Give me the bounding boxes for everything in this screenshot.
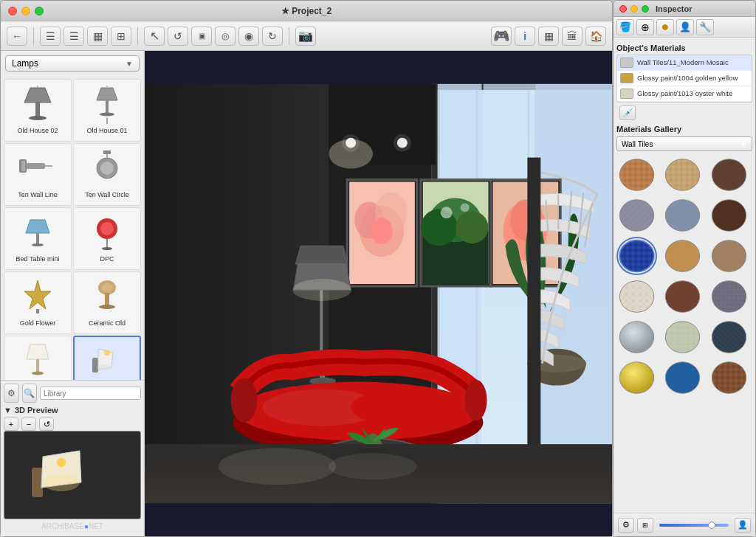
list-item[interactable]: Old House 02 xyxy=(4,79,72,142)
snapshot-button[interactable]: 📷 xyxy=(295,27,316,46)
svg-point-36 xyxy=(104,350,110,356)
list-item[interactable]: Ten Wall Circle xyxy=(73,143,141,206)
tool-3[interactable]: ▣ xyxy=(191,27,212,46)
view-button[interactable]: ▦ xyxy=(538,27,559,46)
gallery-swatch[interactable] xyxy=(662,196,703,235)
gear-icon[interactable]: ⚙ xyxy=(4,384,19,403)
svg-rect-31 xyxy=(36,359,39,373)
maximize-button[interactable] xyxy=(35,7,44,15)
svg-marker-17 xyxy=(26,220,49,233)
material-item[interactable]: Glossy paint/1004 golden yellow xyxy=(617,71,752,86)
user-icon[interactable]: 👤 xyxy=(735,518,751,533)
circle-tool-icon[interactable]: ⊕ xyxy=(636,19,654,35)
gallery-swatch[interactable] xyxy=(616,358,657,397)
menu-button-2[interactable]: ☰ xyxy=(63,27,84,46)
gallery-swatch[interactable] xyxy=(616,318,657,356)
camera-tool[interactable]: ◎ xyxy=(215,27,236,46)
list-item[interactable]: ║ Old House 01 xyxy=(73,79,141,142)
list-item[interactable]: Gold Flower xyxy=(4,271,72,334)
item-thumbnail xyxy=(13,339,63,380)
content-area: Lamps ▼ Old House 02 xyxy=(1,51,612,536)
info-button[interactable]: i xyxy=(515,27,535,46)
item-thumbnail xyxy=(13,211,63,254)
gallery-swatch[interactable] xyxy=(662,156,703,194)
gallery-swatch[interactable] xyxy=(616,237,657,275)
inspector-maximize[interactable] xyxy=(642,5,649,13)
gallery-swatch[interactable] xyxy=(709,318,749,356)
search-icon[interactable]: 🔍 xyxy=(22,384,38,403)
svg-point-57 xyxy=(329,139,373,169)
item-label: Ceramic Old xyxy=(89,319,126,328)
list-item[interactable]: Bamboo xyxy=(4,336,72,380)
gallery-swatch[interactable] xyxy=(616,277,657,316)
slider-thumb[interactable] xyxy=(708,522,715,529)
menu-button-1[interactable]: ☰ xyxy=(40,27,61,46)
gallery-swatch[interactable] xyxy=(662,318,703,356)
tool-5[interactable]: ◉ xyxy=(238,27,259,46)
inspector-close[interactable] xyxy=(619,5,627,13)
material-swatch xyxy=(620,58,633,68)
back-button[interactable]: ← xyxy=(7,27,27,46)
rotate-tool[interactable]: ↺ xyxy=(168,27,188,46)
triangle-icon: ▼ xyxy=(4,406,12,415)
aspect-ratio-icon[interactable]: ⊞ xyxy=(637,518,653,533)
gallery-swatch[interactable] xyxy=(662,358,703,397)
svg-point-89 xyxy=(231,378,258,423)
gallery-swatch[interactable] xyxy=(709,358,749,397)
inspector-minimize[interactable] xyxy=(630,5,638,13)
building-button[interactable]: 🏛 xyxy=(562,27,583,46)
list-item[interactable]: Bed Table mini xyxy=(4,207,72,270)
home-button[interactable]: 🏠 xyxy=(585,27,606,46)
search-input[interactable] xyxy=(40,387,141,400)
category-dropdown[interactable]: Lamps ▼ xyxy=(5,55,140,72)
material-item[interactable]: Wall Tiles/11_Modern Mosaic xyxy=(617,55,752,71)
item-label: Ten Wall Circle xyxy=(85,191,129,199)
gallery-swatch[interactable] xyxy=(709,277,749,316)
inspector-toolbar: 🪣 ⊕ ● 👤 🔧 xyxy=(614,17,755,38)
eyedropper-button[interactable]: 💉 xyxy=(619,105,636,120)
opacity-slider[interactable] xyxy=(659,524,729,527)
list-item[interactable]: DPC xyxy=(73,207,141,270)
svg-rect-38 xyxy=(32,468,43,497)
paint-bucket-icon[interactable]: 🪣 xyxy=(616,19,634,35)
toolbar-separator-2 xyxy=(137,27,138,45)
refresh-tool[interactable]: ↻ xyxy=(262,27,283,46)
material-swatch xyxy=(620,89,633,99)
figure-icon[interactable]: 👤 xyxy=(676,19,694,35)
material-item[interactable]: Glossy paint/1013 oyster white xyxy=(617,86,752,102)
reset-view-button[interactable]: ↺ xyxy=(39,418,54,431)
zoom-out-button[interactable]: − xyxy=(21,418,36,431)
gallery-swatch[interactable] xyxy=(616,156,657,194)
list-item[interactable]: Old Wall Lamp xyxy=(73,336,141,380)
svg-marker-24 xyxy=(24,280,51,309)
minimize-button[interactable] xyxy=(21,7,30,15)
zoom-in-button[interactable]: + xyxy=(4,418,18,431)
item-thumbnail xyxy=(13,83,63,125)
materials-list: Wall Tiles/11_Modern Mosaic Glossy paint… xyxy=(616,55,752,103)
close-button[interactable] xyxy=(8,7,17,15)
material-name: Wall Tiles/11_Modern Mosaic xyxy=(637,58,729,66)
settings-icon[interactable]: 🔧 xyxy=(696,19,714,35)
gallery-swatch[interactable] xyxy=(709,196,749,235)
gallery-swatch[interactable] xyxy=(616,196,657,235)
dot-icon[interactable]: ● xyxy=(656,19,674,35)
list-item[interactable]: Ceramic Old xyxy=(73,271,141,334)
gallery-swatch[interactable] xyxy=(709,156,749,194)
inspector-content: Object's Materials Wall Tiles/11_Modern … xyxy=(614,38,755,513)
gear-settings-icon[interactable]: ⚙ xyxy=(618,518,634,533)
chevron-down-icon: ▼ xyxy=(126,60,133,68)
gallery-swatch[interactable] xyxy=(709,237,749,275)
gallery-swatch[interactable] xyxy=(662,237,703,275)
list-item[interactable]: Ten Wall Line xyxy=(4,143,72,206)
grid-button-1[interactable]: ▦ xyxy=(87,27,108,46)
sidebar-tools: ⚙ 🔍 xyxy=(4,384,141,403)
select-tool[interactable]: ↖ xyxy=(144,27,165,46)
gallery-swatch[interactable] xyxy=(662,277,703,316)
svg-point-111 xyxy=(329,453,417,479)
grid-button-2[interactable]: ⊞ xyxy=(111,27,131,46)
svg-point-66 xyxy=(371,218,393,244)
gallery-title: Materials Gallery xyxy=(616,125,752,134)
gallery-category-dropdown[interactable]: Wall Tiles ▼ xyxy=(616,136,752,151)
game-button[interactable]: 🎮 xyxy=(491,27,512,46)
main-viewport xyxy=(145,51,612,536)
